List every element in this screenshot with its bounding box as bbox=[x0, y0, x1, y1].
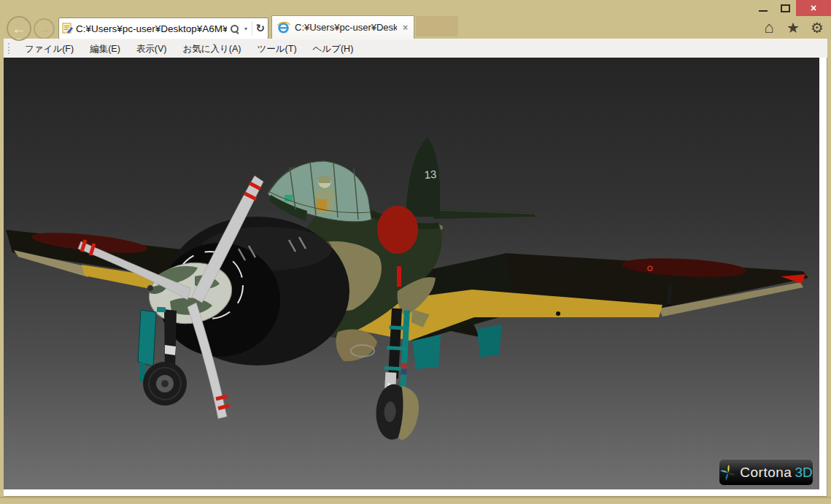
settings-gear-icon[interactable]: ⚙ bbox=[808, 20, 826, 35]
cortona3d-viewport[interactable]: 13 bbox=[4, 58, 819, 489]
navigation-bar: ← → C:¥Users¥pc-user¥Desktop¥A6M¥ni ▼ ↻ … bbox=[0, 15, 831, 39]
menu-tools[interactable]: ツール(T) bbox=[250, 39, 305, 58]
cortona3d-logo-suffix: 3D bbox=[795, 465, 812, 481]
tab-active[interactable]: C:¥Users¥pc-user¥Desk... × bbox=[271, 15, 414, 39]
gear-indicator-pin bbox=[397, 266, 401, 287]
back-arrow-icon: ← bbox=[12, 20, 26, 37]
favorites-star-icon[interactable]: ★ bbox=[784, 20, 802, 35]
browser-window: × ← → C:¥Users¥pc-user¥Desktop¥A6M¥ni ▼ … bbox=[0, 0, 831, 504]
menu-file[interactable]: ファイル(F) bbox=[17, 39, 82, 58]
maximize-button[interactable] bbox=[774, 0, 796, 16]
cortona3d-logo[interactable]: Cortona3D bbox=[719, 459, 813, 486]
maximize-icon bbox=[781, 4, 790, 12]
minimize-button[interactable] bbox=[752, 0, 774, 16]
minimize-icon bbox=[759, 10, 768, 12]
address-bar[interactable]: C:¥Users¥pc-user¥Desktop¥A6M¥ni ▼ ↻ bbox=[58, 18, 268, 39]
menu-bar: ファイル(F) 編集(E) 表示(V) お気に入り(A) ツール(T) ヘルプ(… bbox=[4, 39, 827, 58]
close-icon: × bbox=[811, 3, 816, 13]
menu-help[interactable]: ヘルプ(H) bbox=[305, 39, 362, 58]
forward-button[interactable]: → bbox=[34, 18, 55, 39]
close-button[interactable]: × bbox=[796, 0, 831, 16]
back-button[interactable]: ← bbox=[7, 16, 31, 41]
address-input[interactable]: C:¥Users¥pc-user¥Desktop¥A6M¥ni bbox=[76, 23, 227, 34]
menu-favorites[interactable]: お気に入り(A) bbox=[174, 39, 249, 58]
new-tab-button[interactable] bbox=[416, 16, 458, 36]
browser-toolbar: ⌂ ★ ⚙ bbox=[760, 20, 826, 36]
canopy bbox=[268, 161, 371, 222]
cortona3d-logo-text: Cortona bbox=[740, 465, 792, 481]
page-content: 13 bbox=[4, 58, 827, 497]
tab-title: C:¥Users¥pc-user¥Desk... bbox=[295, 22, 397, 33]
page-document-icon[interactable] bbox=[62, 23, 73, 34]
tail-marking: 13 bbox=[424, 168, 437, 181]
home-icon[interactable]: ⌂ bbox=[760, 20, 778, 36]
window-controls: × bbox=[752, 0, 831, 16]
frame-inner-border bbox=[0, 497, 831, 498]
aircraft-3d-model[interactable]: 13 bbox=[4, 58, 819, 489]
hinomaru-roundel bbox=[377, 206, 418, 254]
menubar-grip-handle[interactable] bbox=[8, 43, 11, 54]
search-icon[interactable] bbox=[230, 24, 239, 34]
menu-edit[interactable]: 編集(E) bbox=[82, 39, 128, 58]
refresh-icon[interactable]: ↻ bbox=[255, 22, 265, 35]
address-separator bbox=[252, 21, 252, 36]
tab-close-icon[interactable]: × bbox=[401, 23, 409, 33]
forward-arrow-icon: → bbox=[38, 22, 50, 36]
cortona3d-star-icon bbox=[719, 464, 737, 481]
address-dropdown-icon[interactable]: ▼ bbox=[242, 26, 249, 31]
ie-logo-icon bbox=[277, 20, 290, 34]
menu-view[interactable]: 表示(V) bbox=[128, 39, 175, 58]
